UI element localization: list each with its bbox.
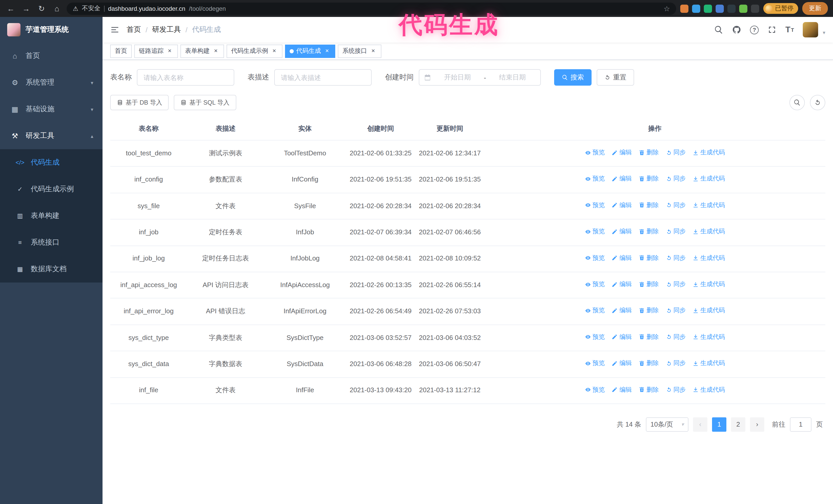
sidebar-menu-item[interactable]: ⌂ 首页 xyxy=(0,43,102,69)
tab-close-icon[interactable]: × xyxy=(324,47,331,55)
breadcrumb-label[interactable]: 研发工具 xyxy=(152,25,181,34)
edit-link[interactable]: 编辑 xyxy=(612,200,632,210)
delete-link[interactable]: 删除 xyxy=(639,253,659,263)
sidebar-submenu-item[interactable]: ▥ 表单构建 xyxy=(0,202,102,229)
browser-home-icon[interactable]: ⌂ xyxy=(51,4,63,13)
delete-link[interactable]: 删除 xyxy=(639,332,659,342)
tab[interactable]: 链路追踪 × xyxy=(134,44,178,58)
edit-link[interactable]: 编辑 xyxy=(612,174,632,184)
tab[interactable]: 代码生成示例 × xyxy=(227,44,282,58)
hamburger-icon[interactable] xyxy=(110,25,119,34)
tab[interactable]: 系统接口 × xyxy=(338,44,381,58)
browser-reload-icon[interactable]: ↻ xyxy=(36,4,47,13)
security-warning-icon[interactable]: ⚠ xyxy=(73,5,78,12)
extension-icon[interactable] xyxy=(751,4,759,13)
page-number-button[interactable]: 2 xyxy=(731,417,745,432)
preview-link[interactable]: 预览 xyxy=(585,280,605,289)
delete-link[interactable]: 删除 xyxy=(639,280,659,289)
generate-code-link[interactable]: 生成代码 xyxy=(693,174,725,184)
sync-link[interactable]: 同步 xyxy=(666,148,686,158)
sync-link[interactable]: 同步 xyxy=(666,253,686,263)
extension-icon[interactable] xyxy=(704,4,712,13)
sync-link[interactable]: 同步 xyxy=(666,280,686,289)
edit-link[interactable]: 编辑 xyxy=(612,385,632,394)
avatar-caret-icon[interactable]: ▾ xyxy=(823,30,825,35)
help-icon[interactable]: ? xyxy=(750,25,759,34)
sync-link[interactable]: 同步 xyxy=(666,200,686,210)
generate-code-link[interactable]: 生成代码 xyxy=(693,226,725,236)
profile-paused-badge[interactable]: 已暂停 xyxy=(763,3,798,14)
breadcrumb-label[interactable]: 代码生成 xyxy=(192,25,221,34)
edit-link[interactable]: 编辑 xyxy=(612,332,632,342)
sidebar-submenu-item[interactable]: </> 代码生成 xyxy=(0,149,102,176)
github-icon[interactable] xyxy=(732,25,741,34)
browser-back-icon[interactable]: ← xyxy=(5,4,17,13)
edit-link[interactable]: 编辑 xyxy=(612,226,632,236)
generate-code-link[interactable]: 生成代码 xyxy=(693,332,725,342)
sync-link[interactable]: 同步 xyxy=(666,332,686,342)
sync-link[interactable]: 同步 xyxy=(666,385,686,394)
prev-page-button[interactable]: ‹ xyxy=(693,417,708,432)
tab-close-icon[interactable]: × xyxy=(370,47,377,55)
sidebar-menu-item[interactable]: ▦ 基础设施 ▾ xyxy=(0,96,102,123)
preview-link[interactable]: 预览 xyxy=(585,174,605,184)
edit-link[interactable]: 编辑 xyxy=(612,280,632,289)
edit-link[interactable]: 编辑 xyxy=(612,148,632,158)
preview-link[interactable]: 预览 xyxy=(585,148,605,158)
import-db-button[interactable]: 基于 DB 导入 xyxy=(110,95,169,110)
reset-button[interactable]: 重置 xyxy=(597,69,634,86)
page-number-button[interactable]: 1 xyxy=(712,417,727,432)
edit-link[interactable]: 编辑 xyxy=(612,358,632,368)
tab-close-icon[interactable]: × xyxy=(271,47,278,55)
app-logo[interactable]: 芋道管理系统 xyxy=(0,17,102,43)
search-icon[interactable] xyxy=(714,25,723,34)
preview-link[interactable]: 预览 xyxy=(585,253,605,263)
delete-link[interactable]: 删除 xyxy=(639,226,659,236)
sidebar-menu-item[interactable]: ⚒ 研发工具 ▴ xyxy=(0,123,102,149)
generate-code-link[interactable]: 生成代码 xyxy=(693,385,725,394)
extension-icon[interactable] xyxy=(739,4,747,13)
bookmark-star-icon[interactable]: ☆ xyxy=(664,4,670,13)
table-desc-input[interactable] xyxy=(274,69,372,86)
sync-link[interactable]: 同步 xyxy=(666,174,686,184)
breadcrumb-label[interactable]: 首页 xyxy=(127,25,141,34)
generate-code-link[interactable]: 生成代码 xyxy=(693,358,725,368)
delete-link[interactable]: 删除 xyxy=(639,200,659,210)
url-bar[interactable]: ⚠ 不安全 dashboard.yudao.iocoder.cn /tool/c… xyxy=(67,2,676,15)
sync-link[interactable]: 同步 xyxy=(666,226,686,236)
generate-code-link[interactable]: 生成代码 xyxy=(693,280,725,289)
sidebar-menu-item[interactable]: ⚙ 系统管理 ▾ xyxy=(0,69,102,96)
sidebar-submenu-item[interactable]: ≡ 系统接口 xyxy=(0,229,102,256)
goto-page-input[interactable] xyxy=(790,417,811,432)
delete-link[interactable]: 删除 xyxy=(639,385,659,394)
search-button[interactable]: 搜索 xyxy=(554,69,592,86)
sidebar-submenu-item[interactable]: ✓ 代码生成示例 xyxy=(0,176,102,202)
toggle-search-button[interactable] xyxy=(789,95,805,110)
tab-close-icon[interactable]: × xyxy=(212,47,219,55)
next-page-button[interactable]: › xyxy=(750,417,764,432)
extension-icon[interactable] xyxy=(716,4,724,13)
preview-link[interactable]: 预览 xyxy=(585,306,605,316)
import-sql-button[interactable]: 基于 SQL 导入 xyxy=(174,95,236,110)
browser-forward-icon[interactable]: → xyxy=(21,4,32,13)
sync-link[interactable]: 同步 xyxy=(666,306,686,316)
edit-link[interactable]: 编辑 xyxy=(612,253,632,263)
edit-link[interactable]: 编辑 xyxy=(612,306,632,316)
tab[interactable]: 首页 × xyxy=(110,44,132,58)
generate-code-link[interactable]: 生成代码 xyxy=(693,253,725,263)
tab[interactable]: 表单构建 × xyxy=(181,44,224,58)
sidebar-submenu-item[interactable]: ▦ 数据库文档 xyxy=(0,256,102,283)
tab-close-icon[interactable]: × xyxy=(166,47,173,55)
delete-link[interactable]: 删除 xyxy=(639,174,659,184)
generate-code-link[interactable]: 生成代码 xyxy=(693,306,725,316)
sync-link[interactable]: 同步 xyxy=(666,358,686,368)
delete-link[interactable]: 删除 xyxy=(639,148,659,158)
generate-code-link[interactable]: 生成代码 xyxy=(693,148,725,158)
table-name-input[interactable] xyxy=(137,69,234,86)
extension-icon[interactable] xyxy=(728,4,736,13)
avatar[interactable] xyxy=(803,22,818,38)
preview-link[interactable]: 预览 xyxy=(585,226,605,236)
preview-link[interactable]: 预览 xyxy=(585,358,605,368)
font-size-icon[interactable]: TT xyxy=(785,25,794,34)
delete-link[interactable]: 删除 xyxy=(639,358,659,368)
